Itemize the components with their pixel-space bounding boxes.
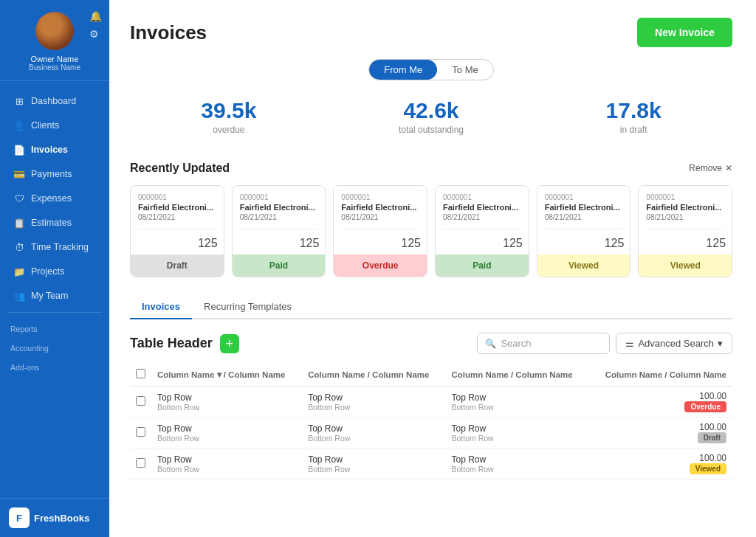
invoice-card[interactable]: 0000001 Fairfield Electroni... 08/21/202… bbox=[130, 185, 224, 277]
col2-top: Top Row bbox=[308, 423, 439, 434]
sidebar-item-label: My Team bbox=[31, 291, 68, 301]
card-divider bbox=[138, 229, 216, 229]
row-checkbox-cell[interactable] bbox=[130, 418, 151, 448]
sidebar-item-projects[interactable]: 📁 Projects bbox=[3, 260, 106, 283]
col3-top: Top Row bbox=[451, 423, 583, 434]
row-checkbox[interactable] bbox=[136, 427, 145, 437]
col1-top: Top Row bbox=[157, 423, 296, 434]
page-title: Invoices bbox=[130, 21, 207, 44]
table-header-row: Column Name ▾ / Column Name Column Name … bbox=[130, 363, 732, 387]
clients-icon: 👤 bbox=[13, 119, 25, 131]
sidebar-item-time-tracking[interactable]: ⏱ Time Tracking bbox=[3, 235, 106, 259]
sidebar-section-accounting[interactable]: Accounting bbox=[0, 336, 109, 356]
col2-top: Top Row bbox=[308, 392, 439, 403]
card-id: 0000001 bbox=[443, 193, 521, 201]
card-amount: 125 bbox=[436, 237, 529, 254]
card-amount: 125 bbox=[334, 237, 427, 254]
recently-updated-title: Recently Updated bbox=[130, 162, 230, 175]
advanced-search-button[interactable]: ⚌ Advanced Search ▾ bbox=[616, 333, 732, 354]
card-id: 0000001 bbox=[240, 193, 318, 201]
sidebar: 🔔 ⚙ Owner Name Business Name ⊞ Dashboard… bbox=[0, 0, 109, 537]
col3-cell: Top Row Bottom Row bbox=[445, 448, 588, 479]
card-id: 0000001 bbox=[646, 193, 724, 201]
col3-bottom: Bottom Row bbox=[451, 465, 583, 474]
new-invoice-button[interactable]: New Invoice bbox=[637, 18, 732, 47]
col1-top: Top Row bbox=[157, 392, 296, 403]
card-divider bbox=[443, 229, 521, 229]
row-checkbox-cell[interactable] bbox=[130, 387, 151, 418]
table-section-title: Table Header bbox=[130, 336, 213, 351]
card-body: 0000001 Fairfield Electroni... 08/21/202… bbox=[537, 186, 630, 237]
sidebar-divider bbox=[7, 312, 102, 313]
stat-overdue: 39.5k overdue bbox=[201, 98, 256, 135]
sidebar-item-payments[interactable]: 💳 Payments bbox=[3, 162, 106, 186]
col-header-2: Column Name / Column Name bbox=[302, 363, 445, 387]
freshbooks-text: FreshBooks bbox=[34, 513, 89, 524]
col-header-3: Column Name / Column Name bbox=[445, 363, 588, 387]
sidebar-profile: 🔔 ⚙ Owner Name Business Name bbox=[0, 0, 109, 81]
status-badge: Draft bbox=[698, 432, 726, 443]
col2-cell: Top Row Bottom Row bbox=[302, 448, 445, 479]
sidebar-item-estimates[interactable]: 📋 Estimates bbox=[3, 211, 106, 235]
sidebar-section-addons[interactable]: Add-ons bbox=[0, 356, 109, 375]
col3-bottom: Bottom Row bbox=[451, 434, 583, 443]
tab-invoices[interactable]: Invoices bbox=[130, 295, 192, 319]
select-all-header[interactable] bbox=[130, 363, 151, 387]
search-bar[interactable]: 🔍 Search bbox=[477, 333, 610, 354]
invoice-card[interactable]: 0000001 Fairfield Electroni... 08/21/202… bbox=[638, 185, 732, 277]
sidebar-item-dashboard[interactable]: ⊞ Dashboard bbox=[3, 89, 106, 113]
remove-button[interactable]: Remove ✕ bbox=[689, 163, 732, 173]
select-all-checkbox[interactable] bbox=[136, 369, 145, 378]
to-me-tab[interactable]: To Me bbox=[437, 60, 492, 80]
sidebar-item-invoices[interactable]: 📄 Invoices bbox=[3, 138, 106, 162]
card-name: Fairfield Electroni... bbox=[138, 203, 216, 212]
settings-icon[interactable]: ⚙ bbox=[89, 28, 102, 40]
card-id: 0000001 bbox=[138, 193, 216, 201]
card-status: Viewed bbox=[537, 254, 630, 277]
row-checkbox[interactable] bbox=[136, 396, 145, 406]
invoice-cards-row: 0000001 Fairfield Electroni... 08/21/202… bbox=[130, 185, 732, 277]
add-invoice-button[interactable]: + bbox=[220, 334, 239, 353]
col1-bottom: Bottom Row bbox=[157, 434, 296, 443]
col2-cell: Top Row Bottom Row bbox=[302, 418, 445, 448]
col2-bottom: Bottom Row bbox=[308, 403, 439, 412]
row-checkbox[interactable] bbox=[136, 458, 145, 468]
my-team-icon: 👥 bbox=[13, 290, 25, 302]
sidebar-item-label: Expenses bbox=[31, 193, 72, 204]
from-me-tab[interactable]: From Me bbox=[369, 60, 437, 80]
invoice-card[interactable]: 0000001 Fairfield Electroni... 08/21/202… bbox=[537, 185, 631, 277]
invoice-card[interactable]: 0000001 Fairfield Electroni... 08/21/202… bbox=[435, 185, 529, 277]
close-icon: ✕ bbox=[725, 163, 732, 173]
recently-updated-header: Recently Updated Remove ✕ bbox=[130, 162, 732, 175]
table-body: Top Row Bottom Row Top Row Bottom Row To… bbox=[130, 387, 732, 479]
sidebar-nav: ⊞ Dashboard 👤 Clients 📄 Invoices 💳 Payme… bbox=[0, 81, 109, 498]
card-name: Fairfield Electroni... bbox=[443, 203, 521, 212]
notification-icon[interactable]: 🔔 bbox=[89, 10, 102, 22]
invoices-table: Column Name ▾ / Column Name Column Name … bbox=[130, 363, 732, 479]
col3-cell: Top Row Bottom Row bbox=[445, 387, 588, 418]
sidebar-item-label: Projects bbox=[31, 266, 64, 277]
card-divider bbox=[545, 229, 623, 229]
card-body: 0000001 Fairfield Electroni... 08/21/202… bbox=[639, 186, 732, 237]
card-amount: 125 bbox=[639, 237, 732, 254]
invoice-card[interactable]: 0000001 Fairfield Electroni... 08/21/202… bbox=[333, 185, 427, 277]
row-checkbox-cell[interactable] bbox=[130, 448, 151, 479]
stat-draft-label: in draft bbox=[606, 125, 662, 135]
table-head: Column Name ▾ / Column Name Column Name … bbox=[130, 363, 732, 387]
freshbooks-icon: F bbox=[9, 507, 30, 528]
invoices-icon: 📄 bbox=[13, 144, 25, 156]
sidebar-section-reports[interactable]: Reports bbox=[0, 317, 109, 336]
card-date: 08/21/2021 bbox=[341, 213, 419, 221]
sidebar-item-expenses[interactable]: 🛡 Expenses bbox=[3, 187, 106, 210]
invoice-card[interactable]: 0000001 Fairfield Electroni... 08/21/202… bbox=[232, 185, 326, 277]
status-badge: Overdue bbox=[684, 401, 726, 412]
payments-icon: 💳 bbox=[13, 168, 25, 180]
card-status: Overdue bbox=[334, 254, 427, 277]
sidebar-bottom: F FreshBooks bbox=[0, 498, 109, 537]
stat-outstanding-label: total outstanding bbox=[399, 125, 464, 135]
tab-recurring-templates[interactable]: Recurring Templates bbox=[192, 295, 303, 318]
sidebar-item-clients[interactable]: 👤 Clients bbox=[3, 114, 106, 137]
time-tracking-icon: ⏱ bbox=[13, 241, 25, 253]
owner-name: Owner Name bbox=[31, 55, 79, 63]
sidebar-item-my-team[interactable]: 👥 My Team bbox=[3, 284, 106, 308]
